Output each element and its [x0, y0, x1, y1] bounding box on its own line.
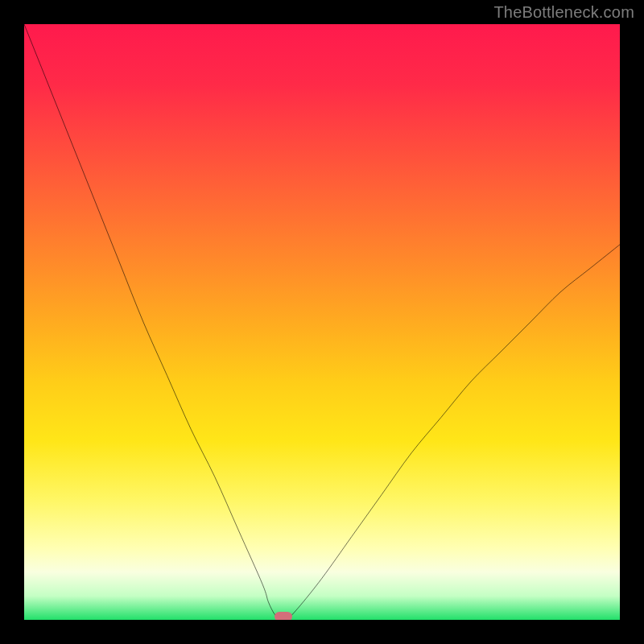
watermark-text: TheBottleneck.com [493, 3, 634, 22]
chart-frame: TheBottleneck.com [0, 0, 644, 644]
bottleneck-curve [24, 24, 620, 620]
plot-area [24, 24, 620, 620]
minimum-marker [275, 612, 292, 620]
